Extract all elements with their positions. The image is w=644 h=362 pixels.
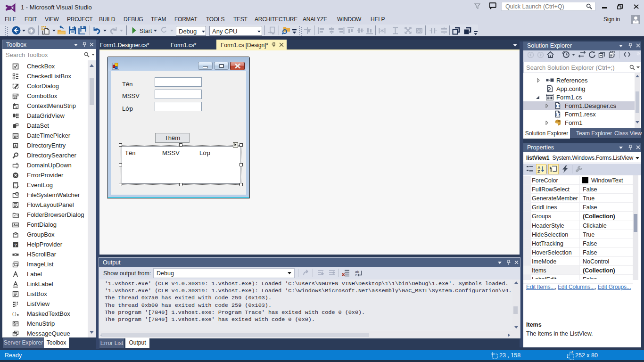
svg-text:Z: Z	[537, 169, 540, 173]
svg-text:?: ?	[14, 243, 17, 247]
svg-text:c: c	[355, 273, 357, 277]
svg-text:(.): (.)	[12, 312, 17, 316]
